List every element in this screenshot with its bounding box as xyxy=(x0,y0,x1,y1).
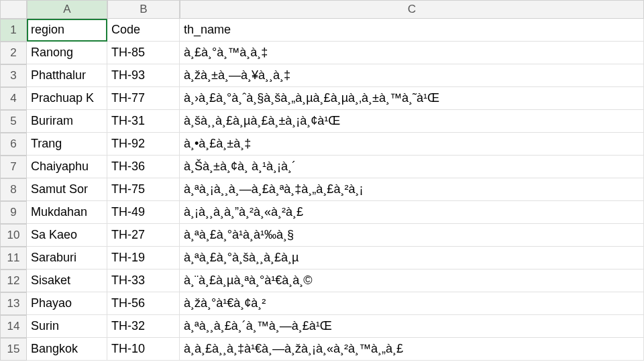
cell[interactable]: Ranong xyxy=(27,42,107,64)
cell[interactable]: à¸¡à¸¸à¸à¸”à¸²à¸«à¸²à¸£ xyxy=(180,201,644,224)
cell[interactable]: TH-49 xyxy=(107,201,180,224)
cell[interactable]: Bangkok xyxy=(27,338,107,361)
cell[interactable]: à¸žà¸°à¹€à¸¢à¸² xyxy=(180,292,644,315)
cell[interactable]: à¸£à¸°à¸™à¸­à¸‡ xyxy=(180,42,644,64)
row-header[interactable]: 8 xyxy=(0,178,27,201)
cell[interactable]: TH-92 xyxy=(107,133,180,156)
cell[interactable]: Chaiyaphu xyxy=(27,156,107,178)
cell[interactable]: à¸šà¸¸à¸£à¸µà¸£à¸±à¸¡à¸¢à¹Œ xyxy=(180,110,644,133)
cell[interactable]: à¸›à¸£à¸°à¸ˆà¸§à¸šà¸„à¸µà¸£à¸µà¸‚à¸±à¸™à… xyxy=(180,87,644,110)
cell[interactable]: TH-56 xyxy=(107,292,180,315)
row-header[interactable]: 10 xyxy=(0,224,27,247)
cell[interactable]: à¸à¸£à¸¸à¸‡à¹€à¸—à¸žà¸¡à¸«à¸²à¸™à¸„à¸£ xyxy=(180,338,644,361)
col-header-C[interactable]: C xyxy=(180,0,644,19)
cell[interactable]: Prachuap K xyxy=(27,87,107,110)
cell[interactable]: à¸ªà¸£à¸°à¹à¸à¹‰à¸§ xyxy=(180,224,644,247)
cell[interactable]: Samut Sor xyxy=(27,178,107,201)
cell[interactable]: à¸ªà¸£à¸°à¸šà¸¸à¸£à¸µ xyxy=(180,247,644,269)
cell[interactable]: TH-93 xyxy=(107,64,180,87)
select-all-corner[interactable] xyxy=(0,0,27,19)
cell[interactable]: TH-33 xyxy=(107,269,180,292)
spreadsheet-grid[interactable]: A B C 1 region Code th_name 2 Ranong TH-… xyxy=(0,0,644,361)
cell[interactable]: region xyxy=(27,19,107,42)
cell[interactable]: TH-27 xyxy=(107,224,180,247)
cell[interactable]: à¸Šà¸±à¸¢à¸ à¸¹à¸¡à¸´ xyxy=(180,156,644,178)
cell[interactable]: Code xyxy=(107,19,180,42)
cell[interactable]: Trang xyxy=(27,133,107,156)
cell[interactable]: à¸¨à¸£à¸µà¸ªà¸°à¹€à¸à¸© xyxy=(180,269,644,292)
row-header[interactable]: 3 xyxy=(0,64,27,87)
row-header[interactable]: 13 xyxy=(0,292,27,315)
cell[interactable]: Sisaket xyxy=(27,269,107,292)
cell[interactable]: TH-85 xyxy=(107,42,180,64)
cell[interactable]: Phayao xyxy=(27,292,107,315)
cell[interactable]: TH-32 xyxy=(107,315,180,338)
cell[interactable]: à¸•à¸£à¸±à¸‡ xyxy=(180,133,644,156)
cell[interactable]: TH-77 xyxy=(107,87,180,110)
cell[interactable]: Surin xyxy=(27,315,107,338)
cell[interactable]: à¸ªà¸¸à¸£à¸´à¸™à¸—à¸£à¹Œ xyxy=(180,315,644,338)
row-header[interactable]: 4 xyxy=(0,87,27,110)
row-header[interactable]: 5 xyxy=(0,110,27,133)
row-header[interactable]: 11 xyxy=(0,247,27,269)
cell[interactable]: TH-31 xyxy=(107,110,180,133)
row-header[interactable]: 14 xyxy=(0,315,27,338)
row-header[interactable]: 9 xyxy=(0,201,27,224)
row-header[interactable]: 7 xyxy=(0,156,27,178)
row-header[interactable]: 12 xyxy=(0,269,27,292)
cell[interactable]: Mukdahan xyxy=(27,201,107,224)
cell[interactable]: à¸žà¸±à¸—à¸¥à¸¸à¸‡ xyxy=(180,64,644,87)
cell[interactable]: TH-10 xyxy=(107,338,180,361)
cell[interactable]: TH-75 xyxy=(107,178,180,201)
cell[interactable]: th_name xyxy=(180,19,644,42)
row-header[interactable]: 1 xyxy=(0,19,27,42)
cell[interactable]: TH-19 xyxy=(107,247,180,269)
cell[interactable]: TH-36 xyxy=(107,156,180,178)
row-header[interactable]: 2 xyxy=(0,42,27,64)
cell[interactable]: Saraburi xyxy=(27,247,107,269)
cell[interactable]: Buriram xyxy=(27,110,107,133)
cell[interactable]: Phatthalur xyxy=(27,64,107,87)
col-header-B[interactable]: B xyxy=(107,0,180,19)
col-header-A[interactable]: A xyxy=(27,0,107,19)
row-header[interactable]: 15 xyxy=(0,338,27,361)
cell[interactable]: Sa Kaeo xyxy=(27,224,107,247)
cell[interactable]: à¸ªà¸¡à¸¸à¸—à¸£à¸ªà¸‡à¸„à¸£à¸²à¸¡ xyxy=(180,178,644,201)
row-header[interactable]: 6 xyxy=(0,133,27,156)
